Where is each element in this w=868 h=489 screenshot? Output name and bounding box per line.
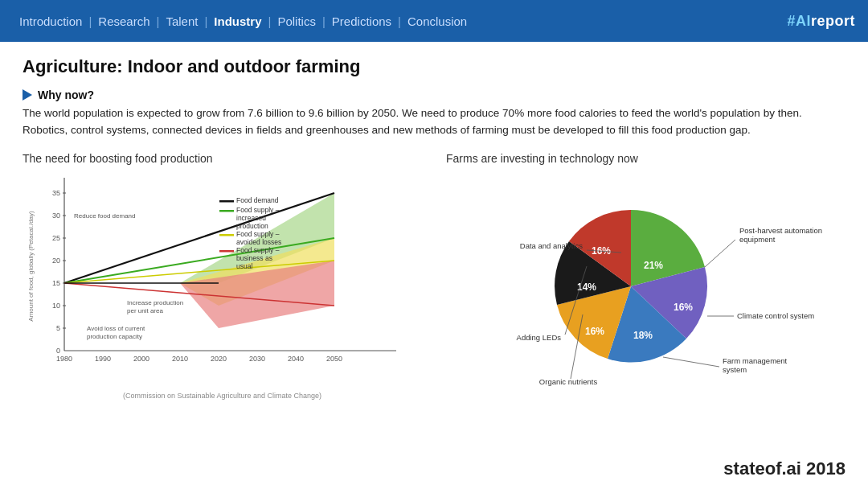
svg-text:usual: usual [236, 262, 252, 270]
pct-postharvest: 16% [674, 302, 693, 313]
svg-line-55 [663, 357, 719, 367]
nav-research[interactable]: Research [92, 14, 156, 28]
svg-text:Food demand: Food demand [236, 196, 279, 204]
triangle-icon [23, 89, 32, 101]
pie-chart-area: 21% 16% 18% 16% 14% 16% Data and analyti… [446, 170, 832, 395]
nav-links: Introduction | Research | Talent | Indus… [13, 14, 473, 28]
svg-text:25: 25 [52, 234, 60, 242]
label-farm-1: Farm management [723, 356, 788, 365]
source-text: (Commission on Sustainable Agriculture a… [23, 392, 422, 400]
svg-text:2020: 2020 [211, 355, 227, 363]
hashtag-prefix: #AI [787, 13, 811, 29]
charts-row: The need for boosting food production 0 … [23, 152, 845, 400]
svg-text:2000: 2000 [133, 355, 149, 363]
label-leds: Adding LEDs [517, 333, 562, 342]
page-title: Agriculture: Indoor and outdoor farming [23, 56, 845, 77]
svg-text:35: 35 [52, 189, 60, 197]
nav-introduction[interactable]: Introduction [13, 14, 88, 28]
svg-text:production: production [236, 222, 268, 230]
label-farm-2: system [723, 365, 747, 374]
svg-text:avoided losses: avoided losses [236, 238, 281, 246]
svg-text:0: 0 [56, 347, 60, 355]
right-chart-container: Farms are investing in technology now [446, 152, 845, 400]
svg-text:15: 15 [52, 279, 60, 287]
svg-rect-34 [219, 200, 234, 203]
svg-text:Amount of food, globally (Peta: Amount of food, globally (Petacal./day) [27, 211, 35, 322]
right-chart-title: Farms are investing in technology now [446, 152, 845, 165]
label-postharvest-1: Post-harvest automation [739, 226, 822, 235]
svg-text:10: 10 [52, 302, 60, 310]
nav-conclusion[interactable]: Conclusion [401, 14, 473, 28]
nav-talent[interactable]: Talent [159, 14, 204, 28]
left-chart-title: The need for boosting food production [23, 152, 422, 165]
svg-text:business as: business as [236, 254, 272, 262]
svg-text:Increase production: Increase production [127, 299, 183, 306]
svg-text:2050: 2050 [326, 355, 342, 363]
label-analytics: Data and analytics [520, 241, 583, 250]
why-now-text: The world population is expected to grow… [23, 105, 842, 139]
svg-text:1990: 1990 [95, 355, 111, 363]
svg-text:2010: 2010 [172, 355, 188, 363]
nav-politics[interactable]: Politics [271, 14, 322, 28]
svg-rect-43 [219, 250, 234, 253]
svg-text:5: 5 [56, 324, 60, 332]
label-organic: Organic nutrients [539, 377, 598, 386]
footer: stateof.ai 2018 [723, 458, 845, 479]
why-now-label: Why now? [38, 88, 94, 101]
nav-industry[interactable]: Industry [207, 14, 268, 28]
svg-text:Avoid loss of current: Avoid loss of current [87, 325, 145, 332]
svg-text:2040: 2040 [288, 355, 304, 363]
line-chart: 0 5 10 15 20 25 30 35 Amount of food, gl… [23, 170, 408, 387]
svg-text:increased: increased [236, 214, 266, 222]
pct-farmmanagement: 16% [585, 326, 604, 337]
svg-text:Reduce food demand: Reduce food demand [74, 212, 136, 220]
svg-text:1980: 1980 [56, 355, 72, 363]
main-content: Agriculture: Indoor and outdoor farming … [0, 42, 868, 408]
label-climate: Climate control system [737, 311, 814, 320]
pie-chart-svg: 21% 16% 18% 16% 14% 16% Data and analyti… [446, 174, 832, 391]
label-postharvest-2: equipment [739, 235, 776, 244]
svg-text:Food supply –: Food supply – [236, 246, 280, 254]
svg-text:per unit area: per unit area [127, 307, 163, 314]
svg-line-53 [705, 240, 735, 267]
section-header: Why now? [23, 88, 845, 101]
nav-predictions[interactable]: Predictions [326, 14, 398, 28]
hashtag: #AIreport [787, 13, 855, 30]
svg-text:Food supply –: Food supply – [236, 230, 280, 238]
svg-text:2030: 2030 [249, 355, 265, 363]
svg-rect-36 [219, 210, 234, 212]
svg-text:30: 30 [52, 212, 60, 220]
why-now-section: Why now? The world population is expecte… [23, 88, 845, 139]
hashtag-suffix: report [811, 13, 855, 29]
svg-text:Food supply –: Food supply – [236, 206, 280, 214]
pct-analytics: 21% [644, 260, 663, 271]
svg-text:production capacity: production capacity [87, 333, 142, 340]
navbar: Introduction | Research | Talent | Indus… [0, 0, 868, 42]
pct-climate: 18% [633, 330, 653, 341]
svg-rect-40 [219, 234, 234, 236]
svg-text:20: 20 [52, 257, 60, 265]
left-chart-container: The need for boosting food production 0 … [23, 152, 422, 400]
